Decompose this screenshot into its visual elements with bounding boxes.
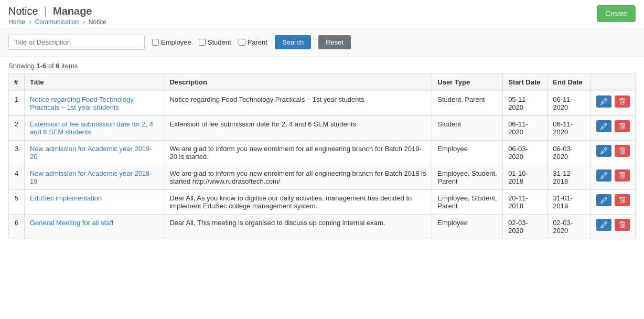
reset-button[interactable]: Reset: [318, 35, 351, 49]
edit-button[interactable]: [596, 145, 611, 157]
cell-title: Notice regarding Food Technology Practic…: [25, 91, 164, 116]
cell-user-type: Student, Parent: [432, 91, 503, 116]
col-header-actions: [591, 73, 636, 91]
search-button[interactable]: Search: [275, 35, 311, 49]
cell-description: Dear All, This meeting is organised to d…: [164, 215, 432, 239]
cell-end-date: 31-01-2019: [548, 190, 591, 215]
table-row: 3 New admission for Academic year 2019-2…: [9, 141, 636, 165]
notice-title-link[interactable]: New admission for Academic year 2018-19: [30, 169, 152, 185]
edit-button[interactable]: [596, 120, 611, 132]
title-notice: Notice: [8, 5, 38, 17]
cell-num: 2: [9, 116, 25, 141]
cell-description: Dear All, As you know to digitise our da…: [164, 190, 432, 215]
cell-start-date: 06-11-2020: [503, 116, 548, 141]
edit-icon: [600, 221, 607, 228]
notice-title-link[interactable]: New admission for Academic year 2019-20: [30, 145, 152, 161]
edit-icon: [600, 147, 607, 154]
trash-icon: [619, 197, 626, 204]
table-row: 4 New admission for Academic year 2018-1…: [9, 165, 636, 190]
page-title-area: Notice | Manage Home › Communication › N…: [8, 5, 106, 26]
cell-end-date: 06-03-2020: [548, 141, 591, 165]
col-header-title: Title: [25, 73, 164, 91]
title-separator: |: [44, 5, 47, 17]
table-row: 6 General Meeting for all staff Dear All…: [9, 215, 636, 239]
cell-start-date: 20-11-2018: [503, 190, 548, 215]
cell-title: New admission for Academic year 2018-19: [25, 165, 164, 190]
showing-range: 1-6: [36, 62, 46, 70]
breadcrumb-communication[interactable]: Communication: [35, 18, 79, 26]
trash-icon: [619, 123, 626, 130]
delete-button[interactable]: [615, 145, 630, 157]
create-button[interactable]: Create: [597, 5, 636, 22]
breadcrumb-sep-2: ›: [82, 18, 84, 26]
cell-actions: [591, 116, 636, 141]
cell-title: General Meeting for all staff: [25, 215, 164, 239]
table-row: 1 Notice regarding Food Technology Pract…: [9, 91, 636, 116]
student-label: Student: [208, 38, 231, 46]
table-row: 2 Extension of fee submission date for 2…: [9, 116, 636, 141]
cell-title: Extension of fee submission date for 2, …: [25, 116, 164, 141]
cell-title: New admission for Academic year 2019-20: [25, 141, 164, 165]
col-header-description: Description: [164, 73, 432, 91]
edit-button[interactable]: [596, 169, 611, 182]
col-header-user-type: User Type: [432, 73, 503, 91]
cell-description: We are glad to inform you new enrolment …: [164, 141, 432, 165]
employee-checkbox[interactable]: [152, 39, 159, 46]
cell-user-type: Employee: [432, 141, 503, 165]
breadcrumb-current: Notice: [89, 18, 106, 26]
student-checkbox-label[interactable]: Student: [199, 38, 231, 46]
delete-button[interactable]: [615, 169, 630, 182]
page-header: Notice | Manage Home › Communication › N…: [0, 0, 644, 28]
employee-label: Employee: [161, 38, 191, 46]
notice-title-link[interactable]: Notice regarding Food Technology Practic…: [30, 95, 134, 111]
edit-button[interactable]: [596, 219, 611, 231]
notices-table: # Title Description User Type Start Date…: [8, 73, 636, 239]
notice-title-link[interactable]: EduSec implementation: [30, 194, 102, 202]
breadcrumb-home[interactable]: Home: [8, 18, 25, 26]
student-checkbox[interactable]: [199, 39, 206, 46]
cell-actions: [591, 215, 636, 239]
edit-icon: [600, 123, 607, 130]
edit-icon: [600, 172, 607, 179]
delete-button[interactable]: [615, 120, 630, 132]
cell-description: We are glad to inform you new enrolment …: [164, 165, 432, 190]
showing-total: 6: [56, 62, 59, 70]
trash-icon: [619, 172, 626, 179]
edit-icon: [600, 98, 607, 105]
notice-title-link[interactable]: General Meeting for all staff: [30, 219, 113, 227]
cell-user-type: Employee, Student, Parent: [432, 190, 503, 215]
cell-end-date: 31-12-2018: [548, 165, 591, 190]
trash-icon: [619, 221, 626, 228]
cell-num: 1: [9, 91, 25, 116]
delete-button[interactable]: [615, 219, 630, 231]
trash-icon: [619, 98, 626, 105]
edit-button[interactable]: [596, 95, 611, 108]
edit-button[interactable]: [596, 194, 611, 206]
showing-prefix: Showing: [8, 62, 36, 70]
page-title: Notice | Manage: [8, 5, 106, 17]
search-input[interactable]: [8, 35, 145, 50]
delete-button[interactable]: [615, 95, 630, 108]
table-header-row: # Title Description User Type Start Date…: [9, 73, 636, 91]
cell-start-date: 01-10-2018: [503, 165, 548, 190]
cell-num: 4: [9, 165, 25, 190]
col-header-end-date: End Date: [548, 73, 591, 91]
cell-user-type: Student: [432, 116, 503, 141]
delete-button[interactable]: [615, 194, 630, 206]
breadcrumb-sep-1: ›: [29, 18, 31, 26]
cell-description: Extension of fee submission date for 2, …: [164, 116, 432, 141]
showing-of: of: [46, 62, 56, 70]
title-manage: Manage: [53, 5, 92, 17]
showing-text: Showing 1-6 of 6 items.: [0, 57, 644, 73]
filter-bar: Employee Student Parent Search Reset: [0, 28, 644, 57]
cell-num: 5: [9, 190, 25, 215]
notice-title-link[interactable]: Extension of fee submission date for 2, …: [30, 120, 153, 136]
cell-start-date: 06-03-2020: [503, 141, 548, 165]
parent-checkbox-label[interactable]: Parent: [239, 38, 267, 46]
cell-num: 3: [9, 141, 25, 165]
cell-end-date: 06-11-2020: [548, 116, 591, 141]
parent-checkbox[interactable]: [239, 39, 245, 46]
cell-start-date: 05-11-2020: [503, 91, 548, 116]
employee-checkbox-label[interactable]: Employee: [152, 38, 191, 46]
table-header: # Title Description User Type Start Date…: [9, 73, 636, 91]
